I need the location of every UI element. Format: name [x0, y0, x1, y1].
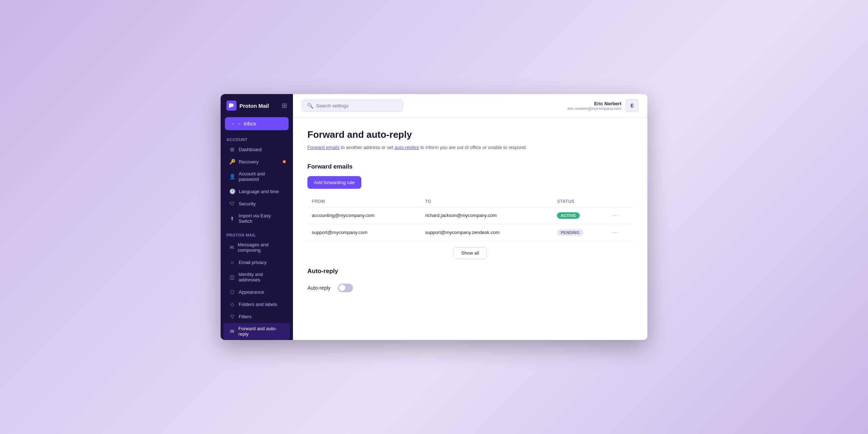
toggle-knob: [339, 285, 345, 291]
main-content: 🔍 Eric Norbert eric.norbert@mycompany.co…: [293, 94, 647, 340]
sidebar-item-appearance[interactable]: ⬡ Appearance: [224, 286, 290, 298]
sidebar-item-language-time[interactable]: 🕐 Language and time: [224, 186, 290, 197]
sidebar-item-dashboard[interactable]: ⊞ Dashboard: [224, 144, 290, 155]
page-title: Forward and auto-reply: [307, 129, 633, 140]
forward-icon: ✉: [229, 328, 235, 334]
table-header-row: From To Status: [307, 196, 633, 207]
key-icon: 🔑: [229, 159, 235, 165]
col-header-from: From: [307, 196, 421, 207]
status-cell-2: PENDING: [553, 224, 608, 241]
sidebar-item-account-password[interactable]: 👤 Account and password: [224, 168, 290, 185]
compose-icon: ✉: [229, 244, 234, 250]
page-description: Forward emails to another address or set…: [307, 144, 633, 152]
description-text-1: to another address or set: [340, 145, 395, 150]
account-section-label: Account: [221, 135, 293, 143]
show-all-button[interactable]: Show all: [454, 247, 486, 259]
actions-cell-2: ···: [608, 224, 633, 241]
privacy-icon: ○: [229, 259, 235, 265]
identity-icon: ◫: [229, 274, 235, 280]
forward-section-title: Forward emails: [307, 163, 633, 170]
table-row: support@mycompany.com support@mycompany.…: [307, 224, 633, 241]
forward-emails-link[interactable]: Forward emails: [307, 145, 340, 150]
description-text-2: to inform you are out of office or unabl…: [419, 145, 527, 150]
auto-reply-row: Auto-reply: [307, 281, 633, 295]
user-info: Eric Norbert eric.norbert@mycompany.com …: [567, 99, 639, 112]
filter-icon: ▽: [229, 314, 235, 319]
sidebar-item-email-privacy[interactable]: ○ Email privacy: [224, 256, 290, 268]
sidebar-item-identity[interactable]: ◫ Identity and addresses: [224, 269, 290, 285]
sidebar-item-folders[interactable]: ◇ Folders and labels: [224, 298, 290, 310]
inbox-button[interactable]: ← ← Inbox: [225, 117, 289, 130]
auto-reply-toggle[interactable]: [338, 284, 353, 292]
to-cell-2: support@mycompany.zendesk.com: [421, 224, 553, 241]
page-content: Forward and auto-reply Forward emails to…: [293, 118, 647, 340]
sidebar-item-security[interactable]: 🛡 Security: [224, 198, 290, 209]
user-details: Eric Norbert eric.norbert@mycompany.com: [567, 101, 621, 111]
apps-grid-icon[interactable]: ⊞: [282, 102, 287, 110]
dashboard-icon: ⊞: [229, 146, 235, 152]
logo-text: Proton Mail: [239, 103, 269, 109]
folder-icon: ◇: [229, 301, 235, 307]
status-badge-active: ACTIVE: [557, 212, 579, 219]
status-cell-1: ACTIVE: [553, 207, 608, 224]
user-name: Eric Norbert: [567, 101, 621, 106]
col-header-status: Status: [553, 196, 608, 207]
row-more-menu-1[interactable]: ···: [612, 212, 619, 218]
recovery-notification-dot: [283, 160, 286, 163]
from-cell-2: support@mycompany.com: [307, 224, 421, 241]
from-cell-1: accounting@mycompany.com: [307, 207, 421, 224]
auto-reply-section: Auto-reply Auto-reply: [307, 268, 633, 295]
clock-icon: 🕐: [229, 188, 235, 194]
sidebar-item-messages[interactable]: ✉ Messages and composing: [224, 239, 290, 256]
sidebar-item-filters[interactable]: ▽ Filters: [224, 311, 290, 322]
sidebar: Proton Mail ⊞ ← ← Inbox Account ⊞ Dashbo…: [221, 94, 293, 340]
back-arrow-icon: ←: [231, 121, 236, 127]
auto-reply-section-title: Auto-reply: [307, 268, 633, 275]
shield-icon: 🛡: [229, 201, 235, 207]
appearance-icon: ⬡: [229, 289, 235, 295]
sidebar-header: Proton Mail ⊞: [221, 94, 293, 117]
col-header-to: To: [421, 196, 553, 207]
col-header-actions: [608, 196, 633, 207]
search-bar[interactable]: 🔍: [302, 99, 403, 112]
sidebar-logo: Proton Mail: [226, 101, 269, 111]
forwarding-table: From To Status accounting@mycompany.com …: [307, 196, 633, 241]
sidebar-item-recovery[interactable]: 🔑 Recovery: [224, 156, 290, 167]
proton-logo-icon: [226, 101, 237, 111]
sidebar-item-import[interactable]: ⬆ Import via Easy Switch: [224, 210, 290, 227]
status-badge-pending: PENDING: [557, 229, 583, 236]
row-more-menu-2[interactable]: ···: [612, 229, 619, 235]
import-icon: ⬆: [229, 216, 235, 221]
sidebar-item-forward-auto-reply[interactable]: ✉ Forward and auto-reply: [224, 323, 290, 340]
table-row: accounting@mycompany.com richard.jackson…: [307, 207, 633, 224]
user-icon: 👤: [229, 174, 235, 179]
user-email: eric.norbert@mycompany.com: [567, 106, 621, 111]
search-input[interactable]: [316, 103, 397, 109]
search-icon: 🔍: [307, 103, 313, 109]
svg-rect-1: [229, 106, 230, 108]
add-forwarding-rule-button[interactable]: Add forwarding rule: [307, 176, 361, 189]
auto-replies-link[interactable]: auto-replies: [395, 145, 419, 150]
auto-reply-label: Auto-reply: [307, 285, 331, 291]
user-avatar[interactable]: E: [626, 99, 639, 112]
actions-cell-1: ···: [608, 207, 633, 224]
to-cell-1: richard.jackson@mycompany.com: [421, 207, 553, 224]
top-bar: 🔍 Eric Norbert eric.norbert@mycompany.co…: [293, 94, 647, 118]
protonmail-section-label: Proton Mail: [221, 230, 293, 239]
